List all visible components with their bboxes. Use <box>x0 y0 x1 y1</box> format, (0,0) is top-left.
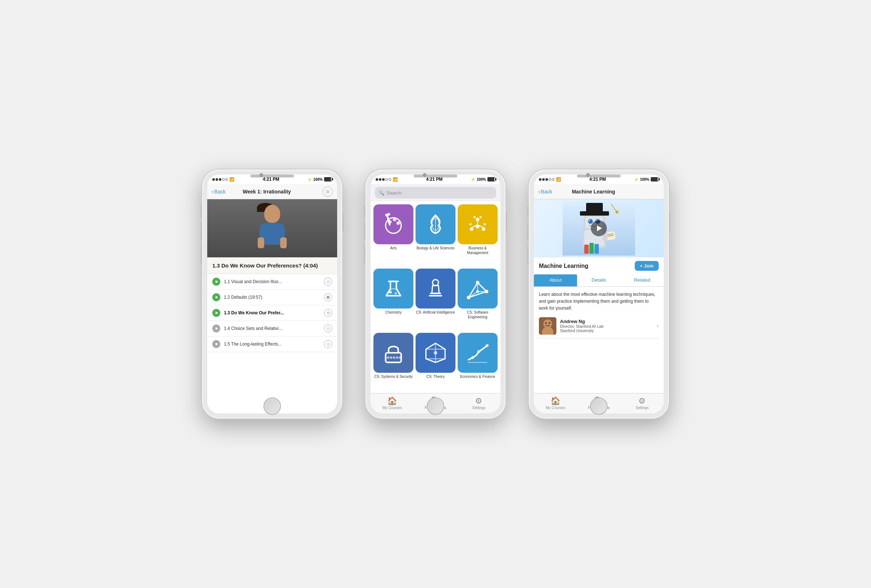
category-csai[interactable]: CS: Artificial Intelligence <box>416 269 455 331</box>
stop-icon-2 <box>327 296 329 299</box>
download-btn-1[interactable]: ⊙ <box>324 278 332 286</box>
tab-my-courses-3[interactable]: 🏠 My Courses <box>534 397 577 410</box>
lesson-item-3[interactable]: 1.3 Do We Know Our Prefer... ⊙ <box>207 305 337 321</box>
home-button-1[interactable] <box>263 398 281 415</box>
battery-label-1: 100% <box>313 178 323 181</box>
download-btn-5[interactable]: ⊙ <box>324 340 332 348</box>
video-thumbnail-1[interactable] <box>207 199 337 257</box>
side-btn-left-33 <box>527 246 529 264</box>
svg-point-33 <box>485 290 488 293</box>
tab-about-3[interactable]: About <box>534 274 577 286</box>
settings-icon-3: ⚙ <box>638 397 646 405</box>
phone-3: 📶 4:21 PM ⚡ 100% ‹ Back Machine Learning <box>528 169 670 419</box>
tab-related-3[interactable]: Related <box>621 274 664 286</box>
category-csth[interactable]: CS: Theory <box>416 333 455 390</box>
speaker-2 <box>432 175 453 178</box>
dot2-3 <box>382 178 385 181</box>
category-business[interactable]: Business & Management <box>458 204 498 266</box>
phone-1: 📶 4:21 PM ⚡ 100% ‹ Back Week 1: Irration… <box>201 169 343 419</box>
dot-5 <box>225 178 228 181</box>
svg-point-46 <box>471 356 474 359</box>
join-button-3[interactable]: + Join <box>635 261 659 271</box>
category-csse[interactable]: CS: Software Engineering <box>458 269 498 331</box>
course-description-3: Learn about the most effective machine l… <box>539 291 659 312</box>
battery-fill-1 <box>325 178 331 181</box>
svg-point-32 <box>476 281 479 284</box>
join-label-3: + Join <box>640 263 654 269</box>
bt-icon-1: ⚡ <box>307 178 312 181</box>
battery-label-3: 100% <box>640 178 649 181</box>
home-button-2[interactable] <box>427 398 444 415</box>
lesson-item-5[interactable]: 1.5 The Long-lasting Effects... ⊙ <box>207 337 337 352</box>
play-btn-2[interactable] <box>212 293 220 301</box>
dot2-4 <box>385 178 388 181</box>
category-bio-icon-box <box>416 204 455 244</box>
download-btn-4[interactable]: ⊙ <box>324 325 332 332</box>
category-cssys-icon-box <box>373 333 413 373</box>
category-econ-label: Economics & Finance <box>460 374 495 379</box>
svg-point-16 <box>479 216 482 218</box>
speaker-1 <box>269 175 290 178</box>
nav-action-1[interactable]: ⊙ <box>323 187 333 197</box>
side-btn-left-32 <box>527 222 529 240</box>
play-overlay-3[interactable] <box>591 220 607 236</box>
category-econ[interactable]: Economics & Finance <box>458 333 498 390</box>
cssys-icon <box>382 341 406 365</box>
battery-label-2: 100% <box>476 178 486 181</box>
status-time-1: 4:21 PM <box>263 177 279 182</box>
svg-point-17 <box>469 223 472 226</box>
business-icon <box>465 212 489 236</box>
side-btn-left-2 <box>201 222 202 240</box>
svg-rect-69 <box>590 243 594 254</box>
play-btn-5[interactable] <box>212 340 220 348</box>
instructor-info-3: Andrew Ng Director, Stanford AI Lab Stan… <box>560 319 653 333</box>
dot3-1 <box>539 178 542 181</box>
category-cssys[interactable]: CS: Systems & Security <box>373 333 413 390</box>
category-econ-icon-box <box>458 333 498 373</box>
svg-line-26 <box>477 283 487 292</box>
instructor-title-3: Director, Stanford AI Lab <box>560 324 653 329</box>
bt-icon-2: ⚡ <box>471 178 475 181</box>
tab-settings-3[interactable]: ⚙ Settings <box>621 397 664 410</box>
lesson-item-4[interactable]: 1.4 Choice Sets and Relativi... ⊙ <box>207 321 337 337</box>
bt-icon-3: ⚡ <box>634 178 638 181</box>
tab-settings-2[interactable]: ⚙ Settings <box>457 397 500 410</box>
play-btn-3[interactable] <box>212 309 220 317</box>
side-btn-right-3 <box>669 213 670 231</box>
search-bar[interactable]: 🔍 Search <box>375 187 496 199</box>
stop-btn-2[interactable] <box>324 293 332 301</box>
video-person-1 <box>207 199 337 257</box>
play-overlay-icon-3 <box>597 225 602 231</box>
status-right-3: ⚡ 100% <box>634 177 659 181</box>
category-arts[interactable]: Arts <box>373 204 413 266</box>
lesson-item-2[interactable]: 1.2 Defaults (19:57) <box>207 290 337 305</box>
screen-1: 📶 4:21 PM ⚡ 100% ‹ Back Week 1: Irration… <box>207 175 337 413</box>
dot-4 <box>222 178 224 181</box>
lesson-list-1: 1.1 Visual and Decision Illus... ⊙ 1.2 D… <box>207 274 337 413</box>
svg-rect-61 <box>586 203 603 212</box>
dot3-3 <box>545 178 548 181</box>
tab-details-3[interactable]: Details <box>577 274 620 286</box>
svg-point-74 <box>545 322 546 324</box>
lesson-item-1[interactable]: 1.1 Visual and Decision Illus... ⊙ <box>207 274 337 290</box>
svg-point-20 <box>389 291 392 294</box>
play-btn-4[interactable] <box>212 325 220 332</box>
wifi-icon-2: 📶 <box>393 177 398 182</box>
my-courses-icon-2: 🏠 <box>387 397 397 405</box>
current-lesson-section: 1.3 Do We Know Our Preferences? (4:04) <box>207 257 337 274</box>
side-btn-left-22 <box>364 222 365 240</box>
camera-1 <box>259 173 263 177</box>
side-btn-right-1 <box>342 213 344 231</box>
home-button-3[interactable] <box>590 398 608 415</box>
download-btn-3[interactable]: ⊙ <box>324 309 332 317</box>
status-right-1: ⚡ 100% <box>307 177 332 181</box>
status-time-2: 4:21 PM <box>426 177 442 182</box>
nav-bar-3: ‹ Back Machine Learning <box>534 184 664 199</box>
side-btn-left-31 <box>527 206 529 217</box>
play-btn-1[interactable] <box>212 278 220 286</box>
instructor-card-3[interactable]: Andrew Ng Director, Stanford AI Lab Stan… <box>539 317 659 339</box>
category-bio[interactable]: Biology & Life Sciences <box>416 204 455 266</box>
play-icon-4 <box>216 327 218 330</box>
category-chem[interactable]: Chemistry <box>373 269 413 331</box>
tab-my-courses-2[interactable]: 🏠 My Courses <box>371 397 414 410</box>
